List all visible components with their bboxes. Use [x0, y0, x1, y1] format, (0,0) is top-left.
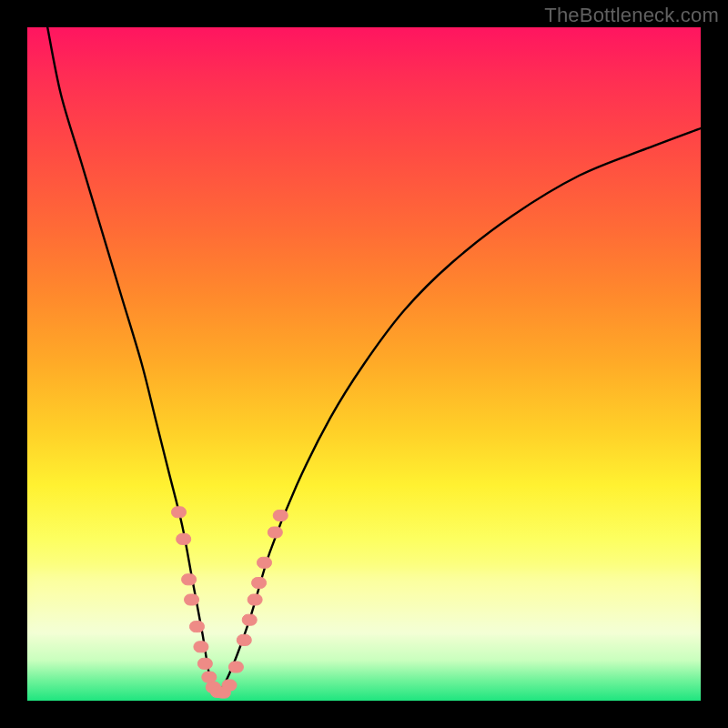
curve-marker — [202, 672, 217, 682]
curve-marker — [268, 527, 282, 538]
curve-marker — [248, 594, 262, 605]
curve-marker — [273, 511, 288, 521]
curve-marker — [237, 634, 251, 645]
curve-marker — [228, 662, 243, 672]
curve-marker — [177, 533, 191, 544]
curve-marker — [197, 658, 212, 669]
plot-area — [27, 27, 701, 701]
curve-marker — [222, 680, 237, 691]
curve-marker — [252, 578, 267, 589]
chart-frame: TheBottleneck.com — [0, 0, 728, 728]
curve-marker — [257, 557, 271, 568]
watermark-text: TheBottleneck.com — [544, 4, 719, 27]
curve-marker — [172, 507, 187, 518]
curve-marker — [182, 574, 197, 585]
curve-marker — [242, 614, 257, 625]
bottleneck-curve — [47, 27, 701, 694]
curve-marker — [189, 622, 204, 632]
curve-marker — [194, 642, 208, 652]
marker-group — [172, 507, 288, 698]
curve-svg — [27, 27, 701, 701]
curve-marker — [185, 594, 199, 605]
